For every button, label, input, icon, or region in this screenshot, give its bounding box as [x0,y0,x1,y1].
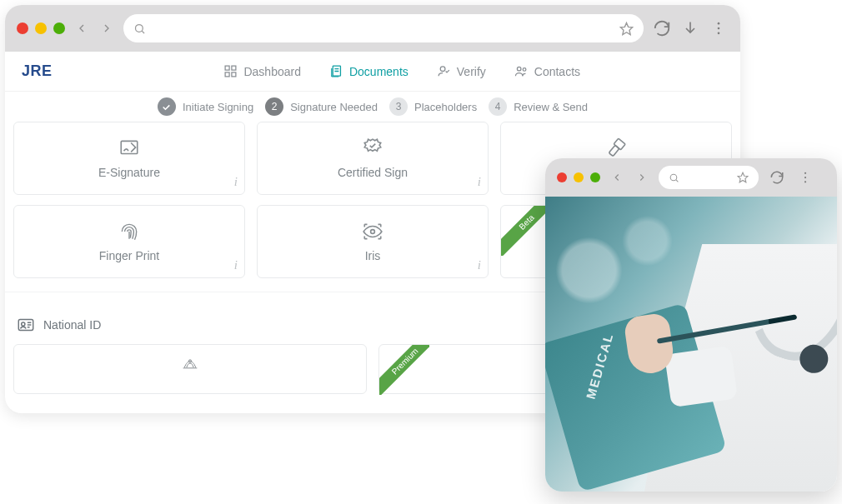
step-initiate-signing[interactable]: Initiate Signing [158,97,253,116]
maximize-window-dot[interactable] [53,22,65,34]
medical-hero-image [545,197,837,492]
step-review-send[interactable]: 4 Review & Send [489,97,588,116]
step-placeholders[interactable]: 3 Placeholders [389,97,477,116]
fingerprint-icon [118,221,140,242]
nav-documents[interactable]: Documents [329,64,408,78]
back-button[interactable] [73,20,90,37]
svg-rect-10 [232,72,236,77]
beta-ribbon: Beta [501,206,551,256]
certified-sign-icon [362,137,383,159]
maximize-window-dot[interactable] [590,172,600,182]
svg-point-22 [371,230,375,234]
info-icon[interactable]: i [478,258,481,272]
svg-point-6 [718,32,720,35]
nav-verify[interactable]: Verify [437,64,486,78]
step-label: Review & Send [514,101,588,113]
svg-point-5 [718,27,720,30]
window-controls [557,172,600,182]
e-signature-icon [118,137,140,159]
card-finger-print[interactable]: Finger Print i [13,205,245,278]
step-signature-needed[interactable]: 2 Signature Needed [265,97,378,116]
svg-point-29 [670,174,677,181]
info-icon[interactable]: i [234,175,238,189]
svg-point-16 [440,67,445,72]
star-icon[interactable] [737,172,749,183]
svg-marker-31 [738,172,748,182]
address-bar[interactable] [659,166,759,189]
card-label: Finger Print [99,249,159,262]
browser-chrome [545,158,837,197]
card-iris[interactable]: Iris i [257,205,489,278]
svg-point-18 [523,68,526,72]
reload-button[interactable] [767,170,787,185]
svg-line-30 [676,179,678,181]
svg-marker-2 [620,22,632,34]
step-label: Placeholders [414,101,477,113]
minimize-window-dot[interactable] [35,22,47,34]
step-label: Signature Needed [290,101,378,113]
card-e-signature[interactable]: E-Signature i [13,122,245,195]
search-icon [669,172,679,183]
brand-logo: JRE [22,62,53,80]
sleeve-cuff [664,346,738,408]
step-number: 4 [489,97,507,116]
step-number: 3 [389,97,408,116]
address-bar[interactable] [123,14,644,42]
more-menu-button[interactable] [709,20,729,37]
close-window-dot[interactable] [557,172,567,182]
nav-label: Contacts [534,65,580,78]
check-icon [158,97,176,116]
svg-line-1 [142,31,144,33]
card-label: Iris [365,249,381,262]
card-label: E-Signature [98,166,160,179]
reload-button[interactable] [652,19,672,37]
nav-label: Dashboard [243,65,301,78]
back-button[interactable] [609,169,625,186]
svg-point-0 [136,24,143,32]
window-controls [17,22,65,34]
download-button[interactable] [680,20,700,37]
minimize-window-dot[interactable] [574,172,584,182]
secondary-browser-window [545,158,837,492]
section-title: National ID [43,318,101,332]
iris-icon [362,221,383,242]
svg-rect-21 [609,145,619,156]
card-label: Certified Sign [338,166,408,179]
dashboard-icon [223,64,238,78]
info-icon[interactable]: i [478,175,481,189]
nav-label: Verify [457,65,486,78]
step-label: Initiate Signing [183,101,253,113]
more-menu-button[interactable] [795,170,815,185]
premium-ribbon: Premium [379,345,429,395]
svg-point-4 [718,22,720,25]
svg-point-32 [804,172,806,174]
app-navbar: JRE Dashboard Documents Verify Contacts [5,52,740,92]
search-icon [133,22,146,35]
nav-contacts[interactable]: Contacts [514,64,580,78]
svg-point-17 [517,67,521,71]
svg-rect-9 [226,72,230,77]
forward-button[interactable] [634,169,650,186]
step-number: 2 [265,97,283,116]
contacts-icon [514,64,529,78]
progress-stepper: Initiate Signing 2 Signature Needed 3 Pl… [5,92,740,122]
svg-rect-20 [614,138,625,150]
nav-dashboard[interactable]: Dashboard [223,64,301,78]
card-certified-sign[interactable]: Certified Sign i [257,122,489,195]
svg-point-33 [804,177,806,178]
card-national-id-1[interactable] [13,344,367,394]
nav-label: Documents [349,65,408,78]
verify-icon [437,64,451,78]
svg-rect-7 [226,66,230,70]
emblem-icon [179,355,201,377]
svg-point-34 [804,181,806,182]
svg-rect-8 [232,66,236,70]
id-card-icon [17,316,35,334]
forward-button[interactable] [98,20,115,37]
info-icon[interactable]: i [234,258,238,272]
browser-chrome [5,5,740,52]
star-icon[interactable] [619,22,634,36]
svg-point-24 [22,322,25,326]
close-window-dot[interactable] [17,22,28,34]
documents-icon [329,64,343,78]
